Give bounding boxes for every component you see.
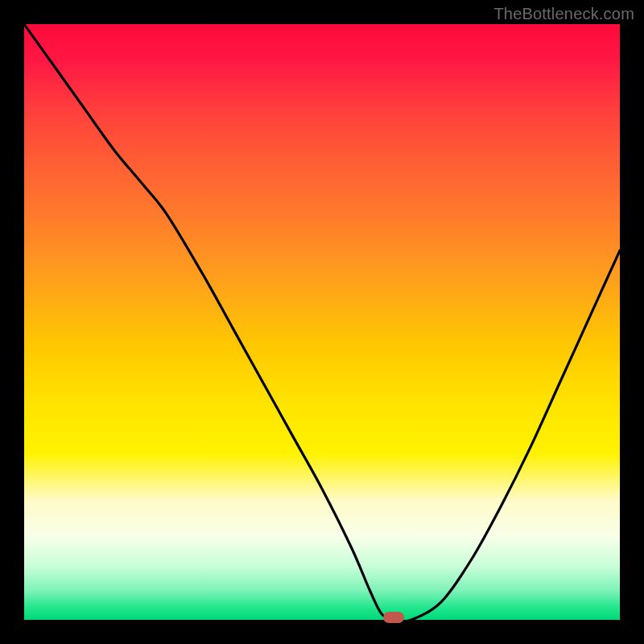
minimum-marker xyxy=(383,612,404,623)
watermark-text: TheBottleneck.com xyxy=(493,5,634,23)
plot-area xyxy=(24,24,620,620)
chart-frame: TheBottleneck.com xyxy=(0,0,644,644)
bottleneck-curve xyxy=(24,24,620,620)
